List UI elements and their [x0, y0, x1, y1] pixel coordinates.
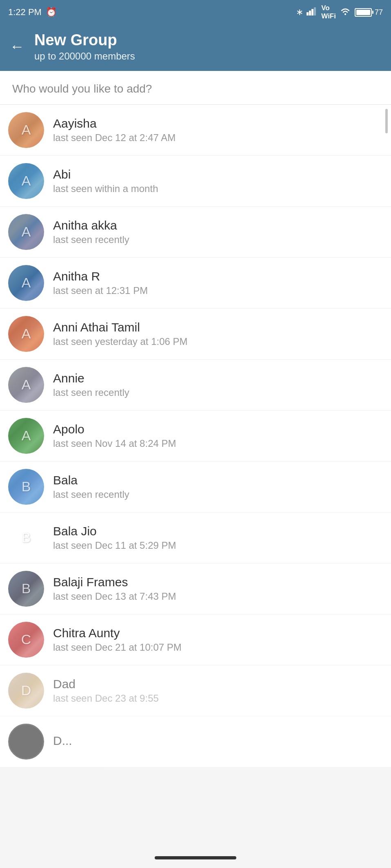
add-prompt-text: Who would you like to add? — [12, 82, 152, 95]
avatar-letter: A — [22, 428, 31, 444]
contact-item[interactable]: CChitra Auntylast seen Dec 21 at 10:07 P… — [0, 614, 391, 665]
avatar: A — [8, 316, 44, 352]
contact-status: last seen Dec 23 at 9:55 — [53, 693, 379, 704]
contact-info: D... — [53, 734, 379, 749]
contact-name: Dad — [53, 677, 379, 691]
signal-icon — [307, 7, 318, 18]
avatar-letter: A — [22, 224, 31, 240]
contact-name: Abi — [53, 168, 379, 181]
avatar-letter: B — [22, 479, 31, 495]
contact-status: last seen Dec 11 at 5:29 PM — [53, 540, 379, 551]
avatar: C — [8, 622, 44, 658]
contact-info: Abilast seen within a month — [53, 168, 379, 194]
avatar: A — [8, 367, 44, 403]
wifi-icon — [339, 7, 351, 18]
contact-status: last seen at 12:31 PM — [53, 285, 379, 296]
page-title: New Group — [34, 31, 135, 50]
contact-info: Anni Athai Tamillast seen yesterday at 1… — [53, 320, 379, 347]
contact-name: Bala — [53, 473, 379, 487]
contact-item[interactable]: AAnni Athai Tamillast seen yesterday at … — [0, 309, 391, 360]
bluetooth-icon: ∗ — [296, 7, 303, 18]
avatar: A — [8, 214, 44, 250]
bottom-bar — [0, 848, 391, 868]
avatar-letter: B — [22, 581, 31, 596]
contact-status: last seen Dec 12 at 2:47 AM — [53, 132, 379, 144]
battery-level: 77 — [375, 8, 383, 17]
contact-name: Anitha akka — [53, 219, 379, 232]
member-limit: up to 200000 members — [34, 51, 135, 62]
avatar — [8, 724, 44, 760]
contact-status: last seen recently — [53, 387, 379, 398]
contact-info: Annielast seen recently — [53, 371, 379, 398]
status-left: 1:22 PM ⏰ — [8, 7, 57, 18]
avatar-letter: B — [22, 530, 31, 546]
status-right: ∗ VoWiFi 77 — [296, 4, 383, 20]
avatar-letter: A — [22, 173, 31, 189]
contact-item[interactable]: BBala Jiolast seen Dec 11 at 5:29 PM — [0, 512, 391, 563]
contact-item[interactable]: AAnitha Rlast seen at 12:31 PM — [0, 258, 391, 309]
contact-status: last seen yesterday at 1:06 PM — [53, 336, 379, 347]
contact-status: last seen recently — [53, 489, 379, 500]
contact-item[interactable]: D... — [0, 716, 391, 767]
contact-info: Dadlast seen Dec 23 at 9:55 — [53, 677, 379, 704]
svg-rect-2 — [311, 9, 313, 15]
back-button[interactable]: ← — [10, 39, 24, 54]
alarm-icon: ⏰ — [46, 7, 57, 18]
contact-info: Balalast seen recently — [53, 473, 379, 500]
svg-rect-3 — [314, 7, 316, 15]
avatar: B — [8, 469, 44, 505]
contact-info: Anitha Rlast seen at 12:31 PM — [53, 269, 379, 296]
avatar-letter: A — [22, 122, 31, 138]
avatar: B — [8, 520, 44, 556]
svg-rect-0 — [307, 12, 309, 15]
avatar: B — [8, 571, 44, 607]
contact-name: Anni Athai Tamil — [53, 320, 379, 334]
svg-rect-1 — [309, 11, 311, 15]
contact-item[interactable]: AAnnielast seen recently — [0, 360, 391, 411]
contact-name: Bala Jio — [53, 524, 379, 538]
home-indicator[interactable] — [155, 856, 236, 859]
contact-item[interactable]: AApololast seen Nov 14 at 8:24 PM — [0, 411, 391, 462]
header: ← New Group up to 200000 members — [0, 24, 391, 71]
contact-item[interactable]: DDadlast seen Dec 23 at 9:55 — [0, 665, 391, 716]
contact-name: Balaji Frames — [53, 575, 379, 589]
contact-name: Apolo — [53, 422, 379, 436]
add-prompt: Who would you like to add? — [0, 71, 391, 105]
contact-item[interactable]: AAbilast seen within a month — [0, 156, 391, 207]
vowifi-icon: VoWiFi — [321, 4, 336, 20]
contact-name: Annie — [53, 371, 379, 385]
contacts-wrapper: AAayishalast seen Dec 12 at 2:47 AMAAbil… — [0, 105, 391, 767]
contact-info: Bala Jiolast seen Dec 11 at 5:29 PM — [53, 524, 379, 551]
avatar: A — [8, 418, 44, 454]
contact-item[interactable]: AAnitha akkalast seen recently — [0, 207, 391, 258]
contact-item[interactable]: BBalaji Frameslast seen Dec 13 at 7:43 P… — [0, 563, 391, 614]
contact-item[interactable]: BBalalast seen recently — [0, 462, 391, 512]
avatar-letter: D — [21, 682, 31, 698]
battery-indicator: 77 — [355, 8, 383, 17]
contact-list: AAayishalast seen Dec 12 at 2:47 AMAAbil… — [0, 105, 391, 767]
avatar-letter: C — [21, 632, 31, 647]
contact-name: D... — [53, 734, 379, 748]
contact-status: last seen Dec 13 at 7:43 PM — [53, 591, 379, 602]
contact-info: Apololast seen Nov 14 at 8:24 PM — [53, 422, 379, 449]
header-text: New Group up to 200000 members — [34, 31, 135, 62]
contact-name: Anitha R — [53, 269, 379, 283]
avatar: A — [8, 163, 44, 199]
avatar: A — [8, 112, 44, 148]
avatar-letter: A — [22, 377, 31, 393]
avatar: A — [8, 265, 44, 301]
contact-info: Anitha akkalast seen recently — [53, 219, 379, 245]
status-time: 1:22 PM — [8, 7, 42, 18]
contact-info: Aayishalast seen Dec 12 at 2:47 AM — [53, 117, 379, 144]
contact-info: Chitra Auntylast seen Dec 21 at 10:07 PM — [53, 626, 379, 653]
status-bar: 1:22 PM ⏰ ∗ VoWiFi 77 — [0, 0, 391, 24]
contact-status: last seen Nov 14 at 8:24 PM — [53, 438, 379, 449]
contact-name: Chitra Aunty — [53, 626, 379, 640]
avatar: D — [8, 673, 44, 709]
avatar-letter: A — [22, 326, 31, 342]
contact-info: Balaji Frameslast seen Dec 13 at 7:43 PM — [53, 575, 379, 602]
avatar-letter: A — [22, 275, 31, 291]
contact-item[interactable]: AAayishalast seen Dec 12 at 2:47 AM — [0, 105, 391, 156]
contact-status: last seen Dec 21 at 10:07 PM — [53, 642, 379, 653]
contact-status: last seen recently — [53, 234, 379, 245]
